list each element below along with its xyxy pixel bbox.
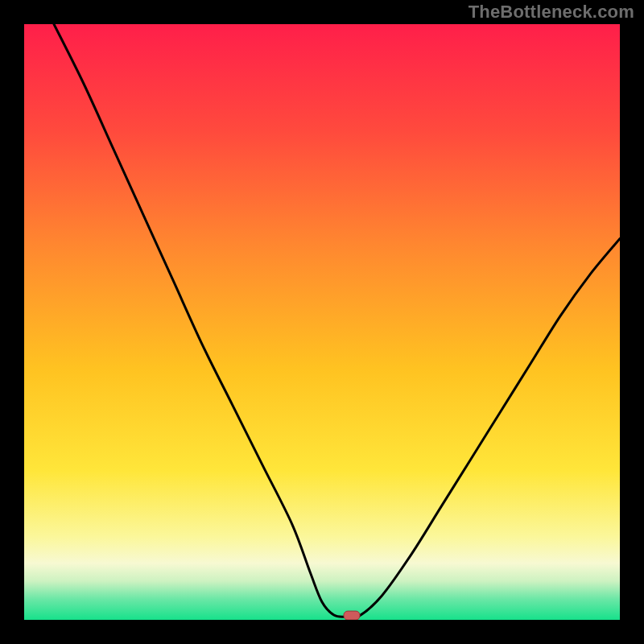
bottleneck-chart (24, 24, 620, 620)
plot-area (24, 24, 620, 620)
optimum-marker (344, 611, 360, 620)
watermark-text: TheBottleneck.com (469, 2, 634, 23)
gradient-background (24, 24, 620, 620)
chart-frame: TheBottleneck.com (0, 0, 644, 644)
